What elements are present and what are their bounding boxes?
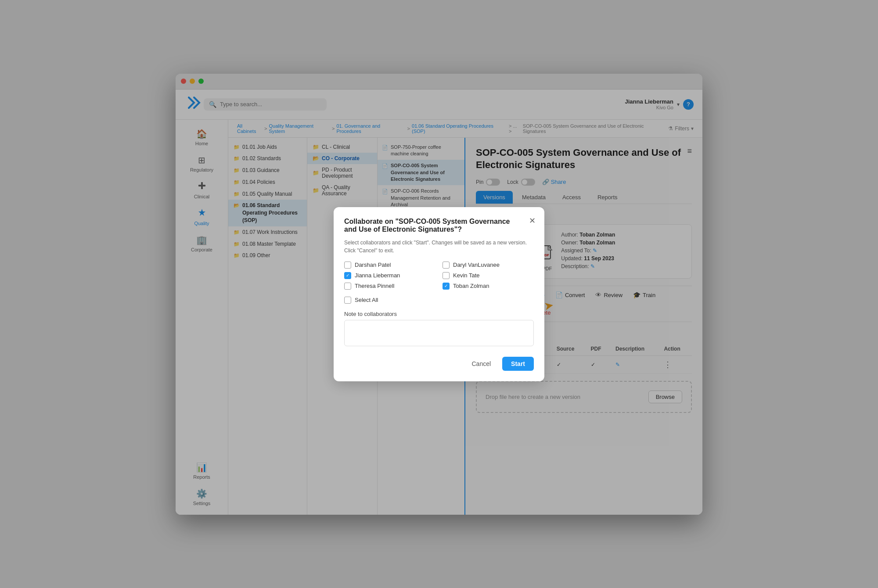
modal-overlay[interactable]: Collaborate on "SOP-CO-005 System Govern… [0, 0, 878, 588]
checkbox-select-all[interactable] [344, 297, 351, 304]
collaborator-name-darshan: Darshan Patel [355, 262, 391, 268]
modal-title: Collaborate on "SOP-CO-005 System Govern… [344, 218, 534, 233]
collaborators-grid: Darshan Patel Daryl VanLuvanee ✓ Jianna … [344, 262, 534, 290]
checkbox-jianna[interactable]: ✓ [344, 272, 351, 279]
collaborator-name-daryl: Daryl VanLuvanee [453, 262, 500, 268]
checkbox-jianna-state: ✓ [346, 273, 349, 278]
checkbox-toban-state: ✓ [444, 283, 448, 288]
collaborator-theresa: Theresa Pinnell [344, 283, 435, 290]
cancel-button[interactable]: Cancel [465, 357, 498, 371]
collaborator-jianna: ✓ Jianna Lieberman [344, 272, 435, 279]
collaborator-name-toban: Toban Zolman [453, 283, 489, 289]
select-all-row: Select All [344, 297, 534, 304]
collaborator-kevin: Kevin Tate [443, 272, 534, 279]
collaborator-toban: ✓ Toban Zolman [443, 283, 534, 290]
collaborator-name-kevin: Kevin Tate [453, 272, 479, 279]
collaborator-name-theresa: Theresa Pinnell [355, 283, 394, 289]
modal-close-button[interactable]: ✕ [529, 216, 536, 226]
collaborator-daryl: Daryl VanLuvanee [443, 262, 534, 269]
start-button[interactable]: Start [502, 357, 534, 371]
modal-footer: Cancel Start [344, 357, 534, 371]
checkbox-darshan[interactable] [344, 262, 351, 269]
collaborate-modal: Collaborate on "SOP-CO-005 System Govern… [334, 207, 544, 381]
collaborator-darshan: Darshan Patel [344, 262, 435, 269]
checkbox-kevin[interactable] [443, 272, 450, 279]
checkbox-daryl[interactable] [443, 262, 450, 269]
checkbox-toban[interactable]: ✓ [443, 283, 450, 290]
collaborator-name-jianna: Jianna Lieberman [355, 272, 400, 279]
modal-subtitle: Select collaborators and click "Start". … [344, 239, 534, 255]
note-textarea[interactable] [344, 320, 534, 346]
note-label: Note to collaborators [344, 311, 534, 317]
checkbox-theresa[interactable] [344, 283, 351, 290]
select-all-label: Select All [355, 297, 378, 303]
